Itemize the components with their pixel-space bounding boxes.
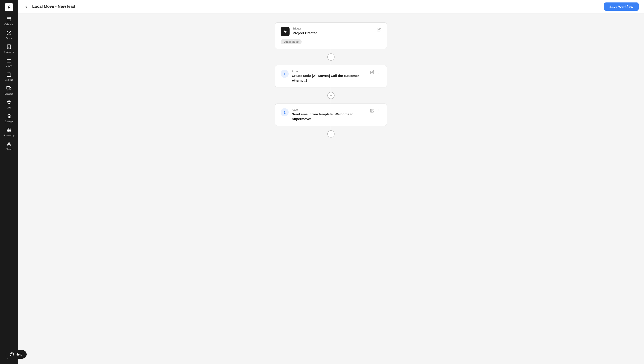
trigger-card-header: Trigger Project Created <box>281 27 381 36</box>
svg-marker-17 <box>10 88 11 89</box>
svg-point-18 <box>7 89 8 90</box>
trigger-type-label: Trigger <box>293 27 373 30</box>
app-logo <box>4 2 14 12</box>
svg-rect-11 <box>7 73 11 77</box>
sidebar-item-estimates-label: Estimates <box>4 51 14 54</box>
help-icon: ? <box>10 352 14 356</box>
tasks-icon <box>7 30 12 36</box>
action-2-edit-button[interactable] <box>370 108 375 113</box>
svg-marker-27 <box>283 30 287 34</box>
trigger-icon <box>281 27 289 36</box>
sidebar-item-calendar[interactable]: Calendar <box>0 14 18 28</box>
svg-point-29 <box>379 72 379 72</box>
sidebar-item-tasks-label: Tasks <box>6 37 12 40</box>
connector-line <box>331 126 331 130</box>
action-2-card-actions <box>370 108 381 113</box>
accounting-icon <box>7 128 12 133</box>
connector-line <box>331 49 331 54</box>
trigger-tag: Local Move <box>281 39 302 44</box>
sidebar-item-live-label: Live <box>7 106 11 109</box>
svg-rect-16 <box>7 86 10 89</box>
action-1-edit-button[interactable] <box>370 70 375 75</box>
action-2-more-button[interactable] <box>376 108 381 113</box>
action-number-2: 2 <box>281 108 289 116</box>
clients-icon <box>7 141 12 147</box>
sidebar-item-booking[interactable]: Booking <box>0 70 18 84</box>
sidebar-item-estimates[interactable]: Estimates <box>0 42 18 56</box>
booking-icon <box>7 72 12 78</box>
sidebar-item-moves-label: Moves <box>6 65 12 68</box>
svg-rect-2 <box>7 18 11 21</box>
svg-point-32 <box>379 110 379 111</box>
sidebar-item-storage[interactable]: Storage <box>0 111 18 125</box>
connector-line <box>331 60 331 65</box>
svg-point-20 <box>9 101 10 102</box>
add-action-button-2[interactable]: + <box>327 92 335 99</box>
storage-icon <box>7 114 12 120</box>
svg-point-30 <box>379 73 379 74</box>
action-1-more-button[interactable] <box>376 70 381 75</box>
sidebar-item-accounting-label: Accounting <box>3 134 14 137</box>
connector-line <box>331 99 331 104</box>
sidebar-item-calendar-label: Calendar <box>5 23 14 26</box>
add-action-button-1[interactable]: + <box>327 54 335 60</box>
sidebar-item-tasks[interactable]: Tasks <box>0 28 18 42</box>
add-connector-3: + <box>327 126 335 138</box>
workflow-area: Trigger Project Created Local Move + 1 <box>18 14 644 364</box>
trigger-card-actions <box>376 27 381 32</box>
back-button[interactable] <box>23 4 30 10</box>
svg-rect-21 <box>7 128 11 132</box>
svg-point-33 <box>379 112 379 112</box>
add-connector-2: + <box>327 88 335 104</box>
trigger-edit-button[interactable] <box>376 27 381 32</box>
save-workflow-button[interactable]: Save Workflow <box>604 2 639 11</box>
sidebar: Calendar Tasks Estimates Moves Booking D… <box>0 0 18 364</box>
sidebar-item-accounting[interactable]: Accounting <box>0 125 18 139</box>
svg-point-31 <box>379 109 379 110</box>
sidebar-item-live[interactable]: Live <box>0 98 18 111</box>
header: Local Move - New lead Save Workflow <box>18 0 644 14</box>
main-content: Local Move - New lead Save Workflow Trig… <box>18 0 644 364</box>
trigger-card: Trigger Project Created Local Move <box>275 22 387 49</box>
connector-line <box>331 88 331 92</box>
action-card-1-content: Action Create task: [All Moves] Call the… <box>292 70 367 83</box>
action-card-2-header: 2 Action Send email from template: Welco… <box>281 108 381 121</box>
trigger-card-title: Project Created <box>293 31 373 35</box>
action-number-1: 1 <box>281 70 289 78</box>
action-card-2-content: Action Send email from template: Welcome… <box>292 108 367 121</box>
page-title: Local Move - New lead <box>32 4 604 9</box>
help-button[interactable]: ? Help <box>5 350 27 359</box>
trigger-card-content: Trigger Project Created <box>293 27 373 35</box>
add-connector-1: + <box>327 49 335 65</box>
sidebar-item-moves[interactable]: Moves <box>0 56 18 70</box>
action-card-1: 1 Action Create task: [All Moves] Call t… <box>275 65 387 88</box>
svg-point-28 <box>379 71 379 71</box>
action-2-card-title: Send email from template: Welcome to Sup… <box>292 112 367 121</box>
svg-point-25 <box>8 142 10 144</box>
action-1-type-label: Action <box>292 70 367 73</box>
sidebar-item-storage-label: Storage <box>5 120 13 123</box>
live-icon <box>7 100 12 106</box>
action-card-2: 2 Action Send email from template: Welco… <box>275 104 387 126</box>
dispatch-icon <box>7 86 12 92</box>
action-1-card-actions <box>370 70 381 75</box>
svg-point-19 <box>10 89 11 90</box>
sidebar-item-dispatch-label: Dispatch <box>5 92 14 95</box>
add-action-button-3[interactable]: + <box>327 130 335 138</box>
action-card-1-header: 1 Action Create task: [All Moves] Call t… <box>281 70 381 83</box>
sidebar-item-clients[interactable]: Clients <box>0 139 18 153</box>
sidebar-item-dispatch[interactable]: Dispatch <box>0 84 18 98</box>
action-1-card-title: Create task: [All Moves] Call the custom… <box>292 73 367 83</box>
sidebar-item-booking-label: Booking <box>5 79 13 82</box>
action-2-type-label: Action <box>292 108 367 111</box>
help-label: Help <box>16 352 22 356</box>
estimates-icon <box>7 44 12 50</box>
moves-icon <box>7 58 12 64</box>
svg-rect-10 <box>7 60 11 62</box>
calendar-icon <box>7 16 12 22</box>
sidebar-item-clients-label: Clients <box>6 148 13 151</box>
